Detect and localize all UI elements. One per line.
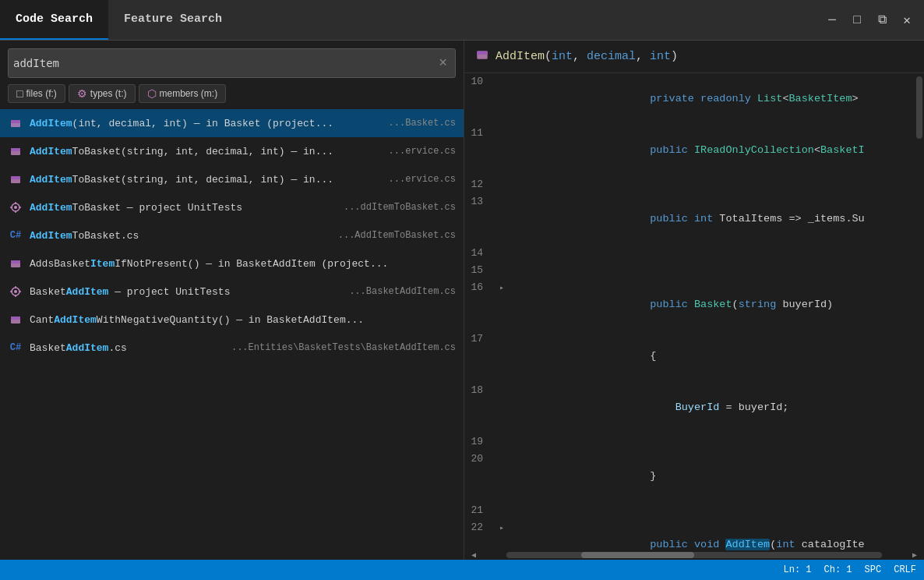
- result-path: ...Entities\BasketTests\BasketAddItem.cs: [231, 342, 456, 353]
- filter-files-button[interactable]: □ files (f:): [8, 84, 65, 103]
- code-text: [508, 176, 517, 193]
- result-text: BasketAddItem.cs: [30, 342, 219, 354]
- code-line: 22 ▸ public void AddItem(int catalogIte: [464, 519, 915, 550]
- tab-feature-search-label: Feature Search: [124, 12, 222, 26]
- code-text: [508, 245, 517, 262]
- result-item[interactable]: BasketAddItem — project UnitTests ...Bas…: [0, 278, 464, 306]
- code-text: public void AddItem(int catalogIte: [508, 519, 865, 550]
- filter-bar: □ files (f:) ⚙ types (t:) ⬡ members (m:): [0, 84, 464, 109]
- result-text: AddItemToBasket — project UnitTests: [30, 202, 331, 214]
- line-number: 16: [464, 279, 496, 296]
- svg-rect-23: [477, 51, 488, 55]
- result-text: AddItemToBasket(string, int, decimal, in…: [30, 146, 376, 157]
- code-line: 20 }: [464, 451, 915, 502]
- result-item[interactable]: C# BasketAddItem.cs ...Entities\BasketTe…: [0, 334, 464, 362]
- minimize-button[interactable]: ─: [821, 9, 843, 31]
- status-spc: SPC: [865, 564, 882, 575]
- svg-rect-13: [11, 260, 20, 263]
- line-number: 10: [464, 73, 496, 90]
- code-area: 10 private readonly List<BasketItem> 11 …: [464, 73, 924, 550]
- code-scroll[interactable]: 10 private readonly List<BasketItem> 11 …: [464, 73, 915, 550]
- horizontal-scrollbar: ◀ ▶: [464, 550, 924, 560]
- files-icon: □: [16, 87, 23, 100]
- result-icon-cs: C#: [8, 340, 23, 355]
- line-number: 21: [464, 502, 496, 519]
- result-icon-gear: [8, 200, 23, 215]
- fold-gutter: ▸: [496, 280, 508, 297]
- code-text: [508, 502, 517, 519]
- filter-members-button[interactable]: ⬡ members (m:): [139, 84, 227, 103]
- scroll-left-button[interactable]: ◀: [464, 550, 483, 560]
- tab-code-search[interactable]: Code Search: [0, 0, 108, 40]
- code-text: {: [508, 331, 656, 382]
- filter-members-label: members (m:): [160, 88, 218, 99]
- maximize-button[interactable]: □: [846, 9, 868, 31]
- fold-gutter: ▸: [496, 520, 508, 537]
- status-ch: Ch: 1: [824, 564, 852, 575]
- line-number: 18: [464, 382, 496, 399]
- line-number: 13: [464, 193, 496, 210]
- result-icon-cs: C#: [8, 228, 23, 243]
- code-header-icon: [475, 48, 489, 65]
- line-number: 11: [464, 125, 496, 142]
- svg-rect-21: [11, 317, 20, 320]
- close-button[interactable]: ✕: [896, 9, 918, 31]
- window-controls: ─ □ ⧉ ✕: [821, 0, 924, 40]
- line-number: 20: [464, 451, 496, 468]
- result-item[interactable]: CantAddItemWithNegativeQuantity() — in B…: [0, 306, 464, 334]
- tab-code-search-label: Code Search: [16, 12, 93, 26]
- status-crlf: CRLF: [894, 564, 916, 575]
- line-number: 12: [464, 176, 496, 193]
- code-text: public Basket(string buyerId): [508, 279, 833, 331]
- result-icon-cube: [8, 143, 23, 159]
- right-panel: AddItem(int, decimal, int) 10 private re…: [464, 41, 924, 560]
- result-item[interactable]: AddItemToBasket(string, int, decimal, in…: [0, 137, 464, 165]
- status-bar: Ln: 1 Ch: 1 SPC CRLF: [0, 560, 924, 580]
- code-line: 15: [464, 262, 915, 279]
- code-text: private readonly List<BasketItem>: [508, 73, 859, 125]
- split-button[interactable]: ⧉: [871, 9, 893, 31]
- result-path: ...ervice.cs: [389, 174, 456, 185]
- code-line: 19: [464, 433, 915, 451]
- svg-point-15: [14, 290, 17, 293]
- code-title: AddItem(int, decimal, int): [496, 50, 678, 63]
- code-header: AddItem(int, decimal, int): [464, 41, 924, 73]
- code-line: 12: [464, 176, 915, 193]
- scrollbar-thumb[interactable]: [916, 76, 922, 139]
- tab-feature-search[interactable]: Feature Search: [108, 0, 238, 40]
- search-clear-button[interactable]: ×: [436, 54, 450, 72]
- result-icon-cube: [8, 115, 23, 131]
- scroll-right-button[interactable]: ▶: [905, 550, 924, 560]
- line-number: 19: [464, 433, 496, 451]
- result-text: CantAddItemWithNegativeQuantity() — in B…: [30, 314, 443, 326]
- search-input[interactable]: [13, 57, 436, 69]
- result-item[interactable]: AddItemToBasket — project UnitTests ...d…: [0, 193, 464, 221]
- result-icon-gear: [8, 284, 23, 299]
- code-text: }: [508, 451, 656, 502]
- result-path: ...BasketAddItem.cs: [349, 286, 456, 297]
- result-icon-cube: [8, 312, 23, 327]
- code-text: public int TotalItems => _items.Su: [508, 193, 865, 245]
- svg-rect-1: [11, 120, 20, 123]
- result-icon-cube: [8, 172, 23, 187]
- result-item[interactable]: AddsBasketItemIfNotPresent() — in Basket…: [0, 249, 464, 278]
- vertical-scrollbar[interactable]: [915, 73, 924, 550]
- members-icon: ⬡: [147, 87, 157, 100]
- code-line: 18 BuyerId = buyerId;: [464, 382, 915, 433]
- result-path: ...ddItemToBasket.cs: [344, 202, 456, 213]
- code-text: public IReadOnlyCollection<BasketI: [508, 125, 865, 176]
- result-item[interactable]: AddItemToBasket(string, int, decimal, in…: [0, 165, 464, 193]
- code-line: 17 {: [464, 331, 915, 382]
- scrollbar-track[interactable]: [506, 552, 882, 558]
- types-icon: ⚙: [77, 87, 87, 100]
- result-item[interactable]: AddItem(int, decimal, int) — in Basket (…: [0, 109, 464, 137]
- scrollbar-thumb[interactable]: [581, 552, 694, 558]
- status-bar-right: Ln: 1 Ch: 1 SPC CRLF: [784, 564, 916, 575]
- result-path: ...AddItemToBasket.cs: [338, 230, 456, 241]
- filter-files-label: files (f:): [26, 88, 56, 99]
- code-text: [508, 262, 517, 279]
- result-item[interactable]: C# AddItemToBasket.cs ...AddItemToBasket…: [0, 221, 464, 249]
- filter-types-button[interactable]: ⚙ types (t:): [69, 84, 136, 103]
- line-number: 17: [464, 331, 496, 348]
- result-icon-cube: [8, 256, 23, 271]
